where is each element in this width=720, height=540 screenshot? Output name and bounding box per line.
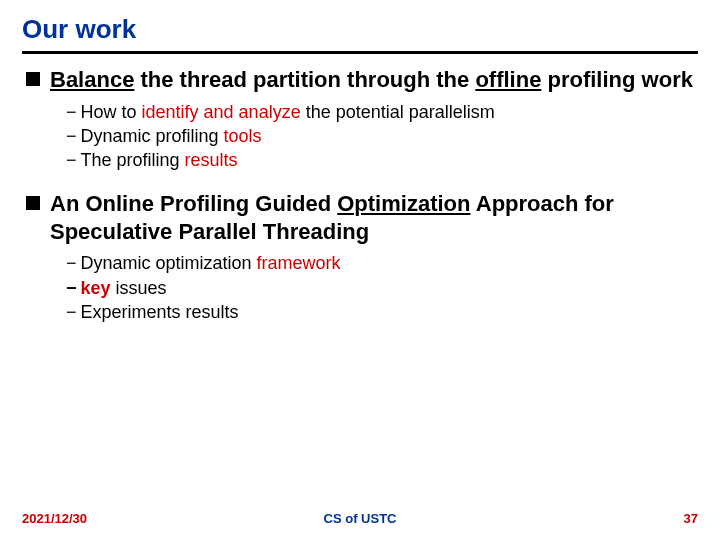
underline-word: offline — [475, 67, 541, 92]
sub-list: −How to identify and analyze the potenti… — [66, 100, 698, 173]
sub-item: −Experiments results — [66, 300, 698, 324]
bullet-item: Balance the thread partition through the… — [22, 66, 698, 94]
dash-icon: − — [66, 102, 77, 122]
sub-list: −Dynamic optimization framework −key iss… — [66, 251, 698, 324]
footer-page-number: 37 — [684, 511, 698, 526]
sub-item: −Dynamic profiling tools — [66, 124, 698, 148]
highlight-text: framework — [257, 253, 341, 273]
highlight-text: tools — [224, 126, 262, 146]
square-bullet-icon — [26, 72, 40, 86]
slide: Our work Balance the thread partition th… — [0, 0, 720, 540]
dash-icon: − — [66, 253, 77, 273]
footer: 2021/12/30 CS of USTC 37 — [0, 511, 720, 526]
title-rule — [22, 51, 698, 54]
underline-word: Balance — [50, 67, 134, 92]
underline-word: Optimization — [337, 191, 470, 216]
highlight-text: results — [185, 150, 238, 170]
square-bullet-icon — [26, 196, 40, 210]
sub-item: −The profiling results — [66, 148, 698, 172]
bullet-text: An Online Profiling Guided Optimization … — [50, 190, 698, 245]
dash-icon: − — [66, 278, 77, 298]
sub-item: −key issues — [66, 276, 698, 300]
footer-center: CS of USTC — [324, 511, 397, 526]
bullet-text: Balance the thread partition through the… — [50, 66, 693, 94]
dash-icon: − — [66, 126, 77, 146]
sub-item: −How to identify and analyze the potenti… — [66, 100, 698, 124]
footer-date: 2021/12/30 — [22, 511, 87, 526]
sub-item: −Dynamic optimization framework — [66, 251, 698, 275]
bullet-item: An Online Profiling Guided Optimization … — [22, 190, 698, 245]
dash-icon: − — [66, 302, 77, 322]
dash-icon: − — [66, 150, 77, 170]
highlight-text: key — [81, 278, 111, 298]
highlight-text: identify and analyze — [142, 102, 301, 122]
slide-title: Our work — [22, 14, 698, 45]
